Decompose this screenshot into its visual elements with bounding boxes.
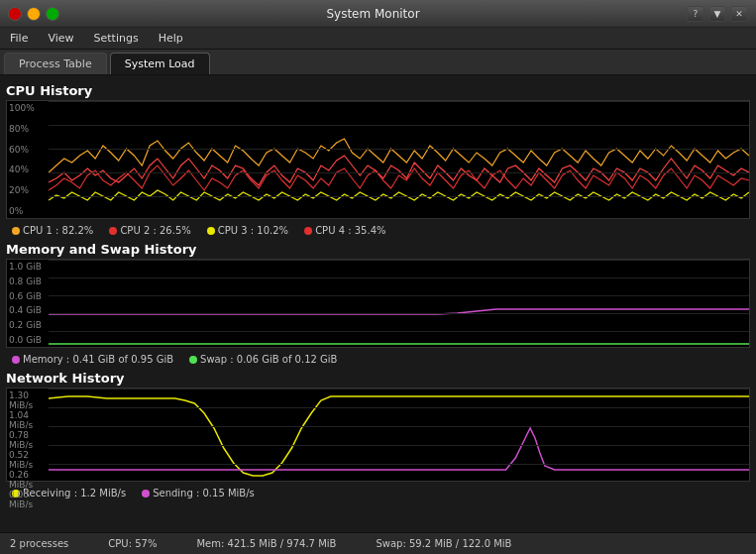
status-processes: 2 processes (10, 538, 68, 549)
maximize-button[interactable] (46, 7, 59, 21)
cpu-legend: CPU 1 : 82.2% CPU 2 : 26.5% CPU 3 : 10.2… (6, 223, 750, 238)
memory-section: Memory and Swap History 1.0 GiB 0.8 GiB … (6, 242, 750, 367)
tab-system-load[interactable]: System Load (110, 53, 210, 74)
minimize-button[interactable] (27, 7, 41, 21)
cpu1-legend: CPU 1 : 82.2% (12, 225, 93, 236)
cpu-svg (49, 101, 749, 220)
help-button[interactable]: ? (687, 6, 704, 22)
cpu3-label: CPU 3 : 10.2% (218, 225, 288, 236)
cpu2-dot (109, 227, 117, 235)
memory-section-title: Memory and Swap History (6, 242, 750, 257)
window-controls (8, 7, 59, 21)
tab-process-table[interactable]: Process Table (4, 53, 107, 74)
main-content: CPU History 100% 80% 60% 40% 20% 0% (0, 75, 756, 532)
swap-legend-item: Swap : 0.06 GiB of 0.12 GiB (189, 354, 337, 365)
close-button[interactable] (8, 7, 22, 21)
cpu1-label: CPU 1 : 82.2% (23, 225, 93, 236)
cpu-section-title: CPU History (6, 83, 750, 98)
cpu3-legend: CPU 3 : 10.2% (207, 225, 288, 236)
sending-legend-item: Sending : 0.15 MiB/s (142, 488, 255, 499)
memory-dot (12, 356, 20, 364)
cpu3-dot (207, 227, 215, 235)
tab-bar: Process Table System Load (0, 50, 756, 75)
titlebar: System Monitor ? ▼ ✕ (0, 0, 756, 28)
cpu-chart: 100% 80% 60% 40% 20% 0% (6, 100, 750, 219)
memory-svg (49, 260, 749, 349)
status-swap: Swap: 59.2 MiB / 122.0 MiB (376, 538, 511, 549)
cpu2-legend: CPU 2 : 26.5% (109, 225, 190, 236)
cpu4-dot (304, 227, 312, 235)
sending-dot (142, 490, 150, 498)
network-section: Network History 1.30 MiB/s 1.04 MiB/s 0.… (6, 371, 750, 500)
network-chart-area (49, 388, 749, 483)
menu-settings[interactable]: Settings (88, 30, 145, 47)
network-section-title: Network History (6, 371, 750, 386)
swap-dot (189, 356, 197, 364)
network-chart: 1.30 MiB/s 1.04 MiB/s 0.78 MiB/s 0.52 Mi… (6, 388, 750, 482)
memory-label: Memory : 0.41 GiB of 0.95 GiB (23, 354, 173, 365)
memory-chart-area (49, 260, 749, 349)
menu-view[interactable]: View (42, 30, 79, 47)
swap-label: Swap : 0.06 GiB of 0.12 GiB (200, 354, 337, 365)
cpu-section: CPU History 100% 80% 60% 40% 20% 0% (6, 83, 750, 238)
menubar: File View Settings Help (0, 28, 756, 50)
titlebar-right-controls: ? ▼ ✕ (687, 6, 748, 22)
network-legend: Receiving : 1.2 MiB/s Sending : 0.15 MiB… (6, 486, 750, 500)
resize-button[interactable]: ▼ (708, 6, 726, 22)
status-mem: Mem: 421.5 MiB / 974.7 MiB (196, 538, 336, 549)
network-svg (49, 388, 749, 483)
close-title-button[interactable]: ✕ (730, 6, 748, 22)
menu-help[interactable]: Help (153, 30, 189, 47)
cpu4-label: CPU 4 : 35.4% (315, 225, 385, 236)
memory-chart: 1.0 GiB 0.8 GiB 0.6 GiB 0.4 GiB 0.2 GiB … (6, 259, 750, 348)
memory-legend: Memory : 0.41 GiB of 0.95 GiB Swap : 0.0… (6, 352, 750, 367)
cpu-chart-area (49, 101, 749, 220)
cpu4-legend: CPU 4 : 35.4% (304, 225, 385, 236)
status-cpu: CPU: 57% (108, 538, 157, 549)
network-y-labels: 1.30 MiB/s 1.04 MiB/s 0.78 MiB/s 0.52 Mi… (7, 388, 49, 481)
menu-file[interactable]: File (4, 30, 34, 47)
window-title: System Monitor (59, 7, 687, 21)
memory-y-labels: 1.0 GiB 0.8 GiB 0.6 GiB 0.4 GiB 0.2 GiB … (7, 260, 49, 347)
cpu-y-labels: 100% 80% 60% 40% 20% 0% (7, 101, 49, 218)
memory-legend-item: Memory : 0.41 GiB of 0.95 GiB (12, 354, 173, 365)
cpu1-dot (12, 227, 20, 235)
sending-label: Sending : 0.15 MiB/s (153, 488, 255, 499)
statusbar: 2 processes CPU: 57% Mem: 421.5 MiB / 97… (0, 532, 756, 554)
cpu2-label: CPU 2 : 26.5% (120, 225, 190, 236)
